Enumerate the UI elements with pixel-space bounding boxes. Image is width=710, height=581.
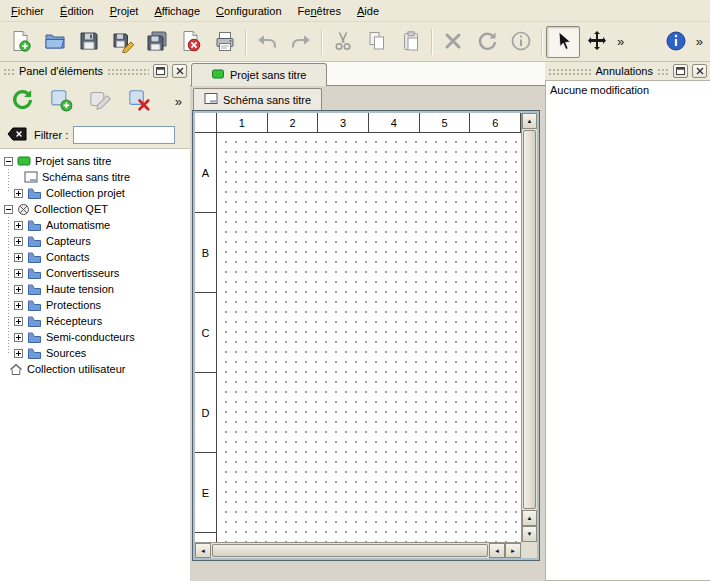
menu-configuration[interactable]: Configuration	[208, 0, 289, 21]
tree-item-haute-tension[interactable]: Haute tension	[0, 281, 190, 297]
menu-affichage[interactable]: Affichage	[146, 0, 208, 21]
expand-expander-icon[interactable]	[14, 285, 23, 294]
edit-element-icon	[87, 87, 113, 115]
horizontal-scroll-thumb[interactable]	[212, 544, 488, 557]
schema-tab-icon	[204, 93, 218, 106]
elements-panel-titlebar[interactable]: Panel d'éléments	[0, 62, 190, 80]
dock-close-button[interactable]	[692, 64, 707, 78]
project-area: Projet sans titre Schéma sans titre 1 2 …	[190, 62, 545, 581]
menu-projet[interactable]: Projet	[102, 0, 147, 21]
column-header: 3	[318, 113, 369, 132]
expand-expander-icon[interactable]	[14, 253, 23, 262]
tab-schema[interactable]: Schéma sans titre	[193, 88, 322, 110]
save-button[interactable]	[72, 26, 106, 58]
delete-button[interactable]	[436, 26, 470, 58]
panel-overflow-chevron[interactable]: »	[172, 94, 185, 109]
tree-item-collection-utilisateur[interactable]: Collection utilisateur	[0, 361, 190, 377]
expand-expander-icon[interactable]	[14, 301, 23, 310]
tree-item-convertisseurs[interactable]: Convertisseurs	[0, 265, 190, 281]
menu-fenetres[interactable]: Fenêtres	[290, 0, 349, 21]
clear-filter-button[interactable]	[5, 126, 29, 144]
info-icon	[509, 29, 533, 55]
about-button[interactable]	[659, 26, 693, 58]
tree-item-contacts[interactable]: Contacts	[0, 249, 190, 265]
dock-close-button[interactable]	[172, 64, 187, 78]
expand-expander-icon[interactable]	[14, 221, 23, 230]
expand-expander-icon[interactable]	[14, 237, 23, 246]
qet-collection-icon	[17, 203, 30, 216]
save-all-icon	[145, 29, 169, 55]
menu-fichier[interactable]: Fichier	[3, 0, 52, 21]
tree-item-label: Récepteurs	[46, 315, 102, 327]
toolbar-separator	[245, 29, 247, 55]
scroll-left-button[interactable]: ◄	[489, 543, 505, 558]
tree-item-semi-conducteurs[interactable]: Semi-conducteurs	[0, 329, 190, 345]
tree-item-project[interactable]: Projet sans titre	[0, 153, 190, 169]
project-icon	[17, 155, 31, 167]
rotate-button[interactable]	[470, 26, 504, 58]
reload-collections-button[interactable]	[5, 84, 39, 118]
save-all-button[interactable]	[140, 26, 174, 58]
mdi-area: Schéma sans titre 1 2 3 4 5 6 A	[190, 86, 545, 581]
filter-input[interactable]	[73, 126, 175, 144]
horizontal-scrollbar[interactable]: ◄ ◄ ►	[195, 542, 521, 558]
expand-expander-icon[interactable]	[14, 333, 23, 342]
expand-expander-icon[interactable]	[14, 349, 23, 358]
edit-element-button[interactable]	[83, 84, 117, 118]
tree-item-automatisme[interactable]: Automatisme	[0, 217, 190, 233]
close-project-button[interactable]	[174, 26, 208, 58]
info-button[interactable]	[504, 26, 538, 58]
cursor-arrow-icon	[551, 29, 575, 55]
vertical-scrollbar[interactable]: ▲ ▲ ▼	[521, 113, 537, 542]
save-as-button[interactable]	[106, 26, 140, 58]
tree-item-label: Convertisseurs	[46, 267, 119, 279]
dock-float-button[interactable]	[153, 64, 168, 78]
new-document-icon	[9, 29, 33, 55]
toolbar-overflow-chevron[interactable]: »	[614, 34, 627, 49]
menu-edition[interactable]: Édition	[52, 0, 102, 21]
new-document-button[interactable]	[4, 26, 38, 58]
dock-float-button[interactable]	[673, 64, 688, 78]
cut-button[interactable]	[326, 26, 360, 58]
paste-button[interactable]	[394, 26, 428, 58]
undo-panel-titlebar[interactable]: Annulations	[545, 62, 710, 80]
tree-item-protections[interactable]: Protections	[0, 297, 190, 313]
folder-icon	[27, 331, 42, 343]
open-project-button[interactable]	[38, 26, 72, 58]
tree-item-schema[interactable]: Schéma sans titre	[0, 169, 190, 185]
expand-expander-icon[interactable]	[14, 189, 23, 198]
new-element-button[interactable]	[44, 84, 78, 118]
expand-expander-icon[interactable]	[14, 269, 23, 278]
scroll-up-button[interactable]: ▲	[522, 113, 537, 129]
undo-history-list[interactable]: Aucune modification	[545, 80, 710, 581]
print-button[interactable]	[208, 26, 242, 58]
menu-aide[interactable]: Aide	[349, 0, 387, 21]
scroll-left-button[interactable]: ◄	[195, 543, 211, 558]
toolbar-separator	[431, 29, 433, 55]
scroll-right-button[interactable]: ►	[505, 543, 521, 558]
tree-item-capteurs[interactable]: Capteurs	[0, 233, 190, 249]
tree-item-collection-projet[interactable]: Collection projet	[0, 185, 190, 201]
tab-project[interactable]: Projet sans titre	[191, 63, 327, 86]
copy-button[interactable]	[360, 26, 394, 58]
collapse-expander-icon[interactable]	[4, 157, 13, 166]
move-tool-button[interactable]	[580, 26, 614, 58]
scroll-up-button[interactable]: ▲	[522, 510, 537, 526]
select-tool-button[interactable]	[546, 26, 580, 58]
scroll-down-button[interactable]: ▼	[522, 526, 537, 542]
delete-element-button[interactable]	[122, 84, 156, 118]
collapse-expander-icon[interactable]	[4, 205, 13, 214]
vertical-scroll-thumb[interactable]	[523, 130, 536, 509]
undo-button[interactable]	[250, 26, 284, 58]
tree-item-label: Protections	[46, 299, 101, 311]
tree-item-recepteurs[interactable]: Récepteurs	[0, 313, 190, 329]
schema-canvas[interactable]	[217, 133, 521, 542]
folder-icon	[27, 299, 42, 311]
tree-item-label: Collection projet	[46, 187, 125, 199]
redo-button[interactable]	[284, 26, 318, 58]
tree-item-collection-qet[interactable]: Collection QET	[0, 201, 190, 217]
folder-icon	[27, 235, 42, 247]
tree-item-sources[interactable]: Sources	[0, 345, 190, 361]
expand-expander-icon[interactable]	[14, 317, 23, 326]
help-toolbar-overflow-chevron[interactable]: »	[693, 34, 706, 49]
